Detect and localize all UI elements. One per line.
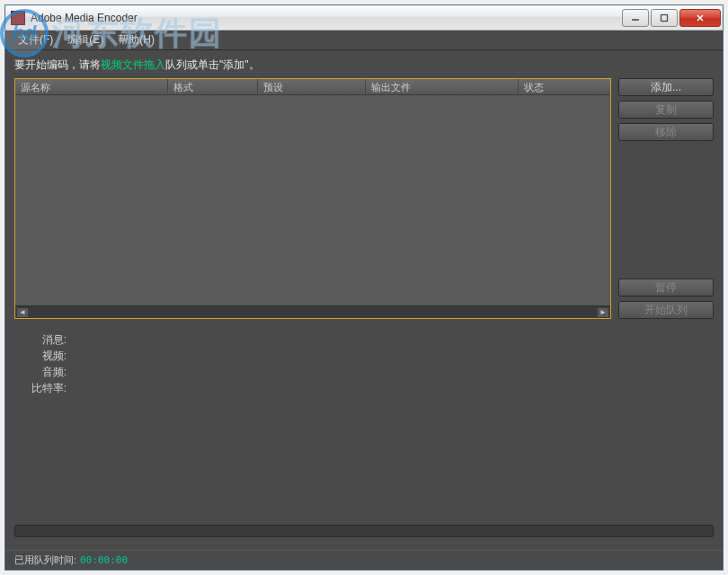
elapsed-label: 已用队列时间: (14, 553, 76, 567)
add-button[interactable]: 添加... (618, 78, 714, 96)
app-window: Adobe Media Encoder 文件(F) 编辑(E) 帮助(H) 要开… (4, 4, 724, 571)
horizontal-scrollbar[interactable]: ◄ ► (15, 305, 610, 318)
svg-rect-1 (661, 14, 668, 21)
queue-panel: 源名称 格式 预设 输出文件 状态 ◄ ► (14, 78, 611, 319)
button-spacer (618, 146, 714, 274)
info-audio-label: 音频: (23, 364, 67, 380)
remove-button[interactable]: 移除 (618, 123, 714, 141)
queue-body[interactable] (15, 95, 610, 305)
info-area: 消息: 视频: 音频: 比特率: (14, 332, 714, 396)
app-icon (11, 11, 25, 25)
menu-edit[interactable]: 编辑(E) (60, 31, 111, 49)
info-bitrate-label: 比特率: (23, 380, 67, 396)
progress-bar (14, 525, 714, 537)
hint-suffix: 队列或单击"添加"。 (165, 58, 260, 71)
hint-accent: 视频文件拖入 (101, 58, 165, 71)
window-controls (622, 9, 721, 27)
info-video: 视频: (23, 348, 714, 364)
col-status[interactable]: 状态 (519, 79, 610, 94)
side-buttons: 添加... 复制 移除 暂停 开始队列 (618, 78, 714, 319)
col-preset[interactable]: 预设 (258, 79, 366, 94)
maximize-icon (660, 13, 669, 22)
info-audio: 音频: (23, 364, 714, 380)
minimize-button[interactable] (622, 9, 649, 27)
menu-help[interactable]: 帮助(H) (111, 31, 162, 49)
maximize-button[interactable] (651, 9, 678, 27)
content-area: 要开始编码，请将视频文件拖入队列或单击"添加"。 源名称 格式 预设 输出文件 … (5, 50, 723, 550)
start-queue-button[interactable]: 开始队列 (618, 301, 714, 319)
pause-button[interactable]: 暂停 (618, 279, 714, 296)
elapsed-value: 00:00:00 (80, 554, 128, 566)
info-message-label: 消息: (23, 332, 67, 348)
titlebar: Adobe Media Encoder (5, 5, 723, 31)
info-message: 消息: (23, 332, 714, 348)
duplicate-button[interactable]: 复制 (618, 101, 714, 119)
col-format[interactable]: 格式 (168, 79, 258, 94)
statusbar: 已用队列时间: 00:00:00 (5, 550, 723, 570)
scroll-left-arrow[interactable]: ◄ (17, 308, 28, 317)
col-output[interactable]: 输出文件 (366, 79, 519, 94)
close-button[interactable] (679, 9, 721, 27)
info-video-label: 视频: (23, 348, 67, 364)
hint-prefix: 要开始编码，请将 (14, 58, 101, 71)
info-bitrate: 比特率: (23, 380, 714, 396)
close-icon (696, 13, 705, 22)
window-title: Adobe Media Encoder (31, 12, 622, 24)
menubar: 文件(F) 编辑(E) 帮助(H) (5, 31, 723, 50)
queue-header: 源名称 格式 预设 输出文件 状态 (15, 79, 610, 95)
scroll-right-arrow[interactable]: ► (598, 308, 608, 317)
menu-file[interactable]: 文件(F) (11, 31, 60, 49)
main-row: 源名称 格式 预设 输出文件 状态 ◄ ► 添加... 复制 移除 暂停 (14, 78, 714, 319)
col-source[interactable]: 源名称 (15, 79, 168, 94)
hint-text: 要开始编码，请将视频文件拖入队列或单击"添加"。 (14, 58, 714, 73)
minimize-icon (631, 13, 640, 22)
